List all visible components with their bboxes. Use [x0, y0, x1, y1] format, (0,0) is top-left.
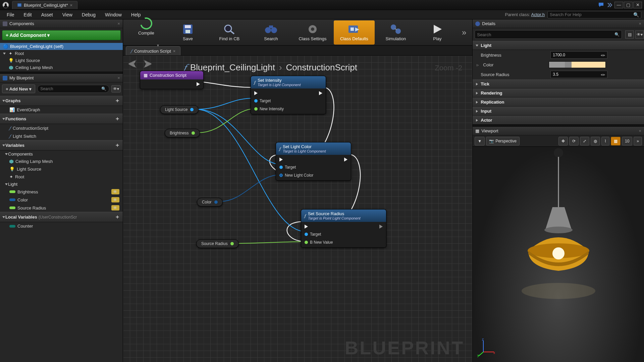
component-self[interactable]: 🔵 Blueprint_CeilingLight (self)	[0, 43, 123, 50]
add-variable-icon[interactable]: ＋	[115, 142, 120, 149]
pin-out[interactable]	[230, 242, 234, 245]
cat-graphs[interactable]: Graphs＋	[0, 96, 123, 106]
node-var-brightness[interactable]: Brightness	[165, 129, 200, 137]
component-root[interactable]: ✦ Root	[0, 50, 123, 57]
details-grid-button[interactable]: ▤	[625, 31, 634, 39]
vp-snap-value[interactable]: 10	[622, 137, 632, 145]
cat-localvars[interactable]: Local Variables(UserConstructionScr＋	[0, 212, 123, 222]
details-close-icon[interactable]: ×	[639, 21, 641, 26]
menu-file[interactable]: File	[3, 11, 18, 18]
window-minimize-button[interactable]: —	[614, 2, 623, 8]
add-localvar-icon[interactable]: ＋	[115, 214, 120, 221]
toolbar-simulation-button[interactable]: Simulation	[375, 20, 416, 45]
pin-new-light-color[interactable]: New Light Color	[279, 173, 313, 178]
var-color[interactable]: Color👁	[0, 196, 123, 204]
pin-new-intensity[interactable]: New Intensity	[254, 107, 284, 111]
node-construction-script[interactable]: ▦Construction Script	[140, 71, 204, 89]
localvar-counter[interactable]: Counter	[0, 222, 123, 230]
func-constructionscript[interactable]: 𝑓ConstructionScript	[0, 124, 123, 132]
details-cat-replication[interactable]: Replication	[473, 98, 644, 107]
toolbar-class-defaults-button[interactable]: Class Defaults	[334, 20, 375, 45]
toolbar-save-button[interactable]: Save	[167, 20, 208, 45]
viewport-close-icon[interactable]: ×	[639, 128, 641, 133]
pin-exec-out[interactable]	[319, 91, 322, 95]
tab-close-icon[interactable]: ×	[70, 3, 73, 8]
varcat-light[interactable]: Light	[0, 181, 123, 188]
pin-exec-in[interactable]	[279, 158, 313, 162]
pin-new-value[interactable]: B New Value	[305, 240, 333, 245]
func-lightswitch[interactable]: 𝑓Light Switch	[0, 132, 123, 140]
toolbar-overflow-icon[interactable]: »	[459, 28, 470, 37]
details-search-input[interactable]	[477, 32, 612, 37]
vp-rotate-button[interactable]: ⟳	[569, 137, 579, 145]
parent-class-link[interactable]: Actor.h	[531, 12, 545, 17]
viewport-3d-preview[interactable]: x y z	[473, 147, 644, 362]
viewport-options-button[interactable]: ▼	[475, 137, 485, 145]
pin-target[interactable]: Target	[254, 99, 284, 103]
details-cat-light[interactable]: Light	[473, 41, 644, 50]
components-panel-close-icon[interactable]: ×	[117, 21, 120, 26]
menu-view[interactable]: View	[58, 11, 76, 18]
toolbar-compile-button[interactable]: Compile▼	[126, 20, 167, 45]
details-eye-button[interactable]: 👁▾	[635, 31, 644, 39]
menu-debug[interactable]: Debug	[78, 11, 100, 18]
node-var-color[interactable]: Color	[197, 198, 223, 206]
varcat-components[interactable]: Components	[0, 150, 123, 158]
cat-variables[interactable]: Variables＋	[0, 140, 123, 150]
toolbar-search-button[interactable]: Search	[251, 20, 291, 45]
toolbar-findincb-button[interactable]: Find in CB	[209, 20, 250, 45]
graph-nav-fwd-icon[interactable]: ⮞	[143, 59, 153, 70]
expand-icon[interactable]	[3, 53, 6, 55]
window-maximize-button[interactable]: ▢	[624, 2, 633, 8]
component-lamp-mesh[interactable]: Ceiling Lamp Mesh	[0, 64, 123, 71]
var-source-radius[interactable]: Source Radius👁	[0, 204, 123, 212]
pin-out[interactable]	[214, 200, 218, 204]
var-light-source[interactable]: 💡Light Source	[0, 165, 123, 173]
add-component-button[interactable]: + Add Component▾	[2, 30, 121, 40]
pin-exec-out[interactable]	[197, 82, 200, 86]
myblueprint-panel-header[interactable]: My Blueprint ×	[0, 74, 123, 82]
pin-out[interactable]	[190, 108, 194, 111]
details-cat-actor[interactable]: Actor	[473, 116, 644, 125]
viewport-panel-header[interactable]: ▦ Viewport ×	[473, 127, 644, 135]
mybp-view-options-button[interactable]: 👁▾	[111, 85, 121, 93]
vp-scale-button[interactable]: ⤢	[580, 137, 589, 145]
source-control-icon[interactable]	[607, 2, 613, 8]
var-root[interactable]: ✦Root	[0, 173, 123, 181]
vp-overflow-button[interactable]: »	[634, 137, 642, 145]
viewport-mode-button[interactable]: 📷Perspective	[486, 137, 520, 145]
details-cat-rendering[interactable]: Rendering	[473, 88, 644, 98]
toolbar-class-settings-button[interactable]: Class Settings	[292, 20, 333, 45]
var-brightness[interactable]: Brightness👁	[0, 188, 123, 196]
myblueprint-close-icon[interactable]: ×	[117, 75, 120, 80]
pin-exec-in[interactable]	[254, 91, 284, 95]
source-radius-input[interactable]: 3.5◄►	[550, 71, 607, 78]
pin-target[interactable]: Target	[279, 165, 313, 170]
window-close-button[interactable]: ✕	[633, 2, 642, 8]
details-cat-input[interactable]: Input	[473, 107, 644, 116]
menu-help[interactable]: Help	[127, 11, 145, 18]
node-set-light-color[interactable]: 𝑓Set Light ColorTarget is Light Componen…	[276, 142, 351, 181]
node-set-intensity[interactable]: 𝑓Set IntensityTarget is Light Component …	[251, 76, 326, 114]
node-var-lightsource[interactable]: Light Source	[160, 105, 199, 114]
component-light-source[interactable]: 💡 Light Source	[0, 57, 123, 64]
pin-out[interactable]	[192, 131, 195, 135]
pin-exec-out[interactable]	[344, 158, 347, 162]
pin-exec-in[interactable]	[305, 225, 333, 229]
node-var-sourceradius[interactable]: Source Radius	[196, 239, 239, 248]
spinner-icon[interactable]: ◄►	[600, 73, 605, 76]
mybp-search-field[interactable]: 🔍	[37, 85, 109, 93]
vp-coordspace-button[interactable]: ◍	[591, 137, 600, 145]
cat-functions[interactable]: Functions＋	[0, 114, 123, 124]
mybp-search-input[interactable]	[40, 86, 101, 91]
eye-icon[interactable]: 👁	[111, 189, 119, 194]
mybp-add-new-button[interactable]: + Add New▾	[2, 84, 35, 93]
eye-icon[interactable]: 👁	[111, 197, 119, 202]
graph-eventgraph[interactable]: 📊EventGraph	[0, 106, 123, 114]
help-search-input[interactable]	[550, 12, 633, 17]
expand-icon[interactable]: ▹	[477, 62, 479, 67]
node-set-source-radius[interactable]: 𝑓Set Source RadiusTarget is Point Light …	[301, 209, 386, 248]
var-lamp-mesh[interactable]: Ceiling Lamp Mesh	[0, 158, 123, 165]
toolbar-play-button[interactable]: Play	[417, 20, 458, 45]
details-search-field[interactable]: 🔍	[475, 30, 622, 39]
